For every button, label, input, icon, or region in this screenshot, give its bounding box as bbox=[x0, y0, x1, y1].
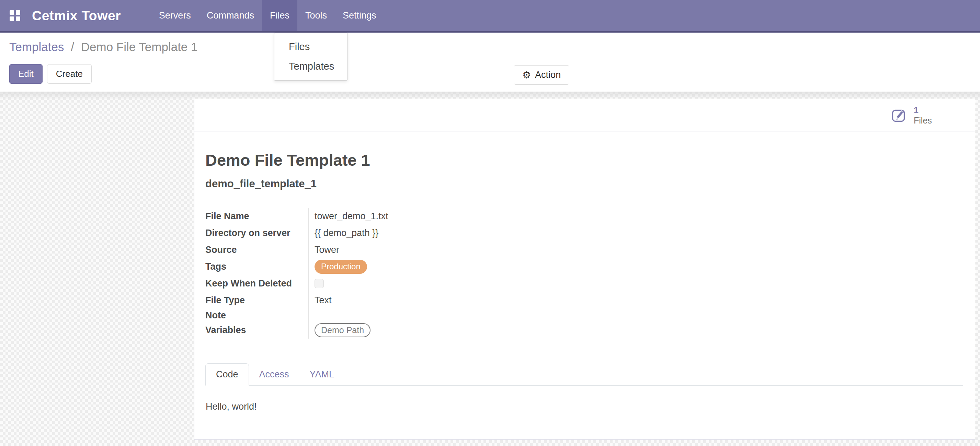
variable-pill-demo-path[interactable]: Demo Path bbox=[315, 323, 371, 337]
dropdown-item-templates[interactable]: Templates bbox=[274, 57, 347, 76]
breadcrumb-current: Demo File Template 1 bbox=[81, 40, 198, 54]
field-group: File Name tower_demo_1.txt Directory on … bbox=[205, 208, 963, 339]
field-row-keep-when-deleted: Keep When Deleted bbox=[205, 275, 963, 292]
action-button[interactable]: ⚙ Action bbox=[514, 65, 569, 85]
content-background: 1 Files Demo File Template 1 demo_file_t… bbox=[0, 92, 980, 446]
menu-item-servers[interactable]: Servers bbox=[151, 0, 199, 31]
code-tab-content: Hello, world! bbox=[205, 386, 963, 412]
menu-item-commands[interactable]: Commands bbox=[199, 0, 262, 31]
breadcrumb-templates-link[interactable]: Templates bbox=[9, 40, 64, 54]
notebook-tabs: Code Access YAML bbox=[205, 363, 963, 386]
field-value-keep-when-deleted bbox=[309, 275, 963, 292]
record-title: Demo File Template 1 bbox=[205, 151, 963, 170]
field-label-file-type: File Type bbox=[205, 295, 309, 306]
apps-grid-icon[interactable] bbox=[10, 10, 20, 21]
field-row-source: Source Tower bbox=[205, 241, 963, 258]
tab-access[interactable]: Access bbox=[249, 363, 299, 385]
files-stat-button[interactable]: 1 Files bbox=[881, 99, 975, 131]
tab-yaml[interactable]: YAML bbox=[299, 363, 345, 385]
field-label-tags: Tags bbox=[205, 262, 309, 272]
field-row-tags: Tags Production bbox=[205, 258, 963, 275]
field-label-file-name: File Name bbox=[205, 211, 309, 222]
form-sheet: Demo File Template 1 demo_file_template_… bbox=[194, 132, 975, 412]
files-dropdown-menu: Files Templates bbox=[274, 33, 347, 81]
tab-code[interactable]: Code bbox=[205, 363, 249, 386]
field-label-keep-when-deleted: Keep When Deleted bbox=[205, 278, 309, 289]
main-menu: Servers Commands Files Tools Settings bbox=[151, 0, 384, 31]
field-row-file-type: File Type Text bbox=[205, 292, 963, 309]
gear-icon: ⚙ bbox=[522, 70, 531, 80]
field-value-variables: Demo Path bbox=[309, 322, 963, 339]
field-label-note: Note bbox=[205, 310, 309, 321]
menu-item-files[interactable]: Files bbox=[262, 0, 298, 31]
action-button-label: Action bbox=[535, 70, 561, 80]
edit-button[interactable]: Edit bbox=[9, 64, 43, 84]
edit-file-icon bbox=[891, 107, 908, 123]
field-label-source: Source bbox=[205, 244, 309, 255]
breadcrumb: Templates / Demo File Template 1 bbox=[9, 40, 980, 54]
app-brand-title[interactable]: Cetmix Tower bbox=[32, 8, 121, 23]
form-card: 1 Files Demo File Template 1 demo_file_t… bbox=[194, 99, 975, 440]
field-value-directory: {{ demo_path }} bbox=[309, 225, 963, 241]
form-card-header: 1 Files bbox=[194, 99, 975, 132]
field-row-variables: Variables Demo Path bbox=[205, 322, 963, 339]
menu-item-tools[interactable]: Tools bbox=[298, 0, 335, 31]
record-reference: demo_file_template_1 bbox=[205, 178, 963, 190]
files-stat-text: 1 Files bbox=[914, 105, 932, 125]
menu-item-settings[interactable]: Settings bbox=[335, 0, 384, 31]
field-row-directory: Directory on server {{ demo_path }} bbox=[205, 225, 963, 241]
breadcrumb-separator: / bbox=[71, 40, 74, 54]
dropdown-item-files[interactable]: Files bbox=[274, 37, 347, 57]
field-value-note bbox=[309, 309, 963, 322]
field-row-note: Note bbox=[205, 309, 963, 322]
field-label-variables: Variables bbox=[205, 325, 309, 335]
files-stat-count: 1 bbox=[914, 105, 932, 115]
field-value-file-type: Text bbox=[309, 292, 963, 309]
keep-when-deleted-checkbox[interactable] bbox=[315, 279, 324, 288]
files-stat-label: Files bbox=[914, 115, 932, 125]
tag-production[interactable]: Production bbox=[315, 260, 367, 274]
field-label-directory: Directory on server bbox=[205, 228, 309, 238]
record-buttons: Edit Create bbox=[9, 64, 980, 84]
top-navbar: Cetmix Tower Servers Commands Files Tool… bbox=[0, 0, 980, 33]
field-value-tags: Production bbox=[309, 258, 963, 275]
field-value-source: Tower bbox=[309, 241, 963, 258]
control-panel: Templates / Demo File Template 1 Edit Cr… bbox=[0, 33, 980, 92]
field-value-file-name: tower_demo_1.txt bbox=[309, 208, 963, 225]
field-row-file-name: File Name tower_demo_1.txt bbox=[205, 208, 963, 225]
create-button[interactable]: Create bbox=[47, 64, 92, 84]
